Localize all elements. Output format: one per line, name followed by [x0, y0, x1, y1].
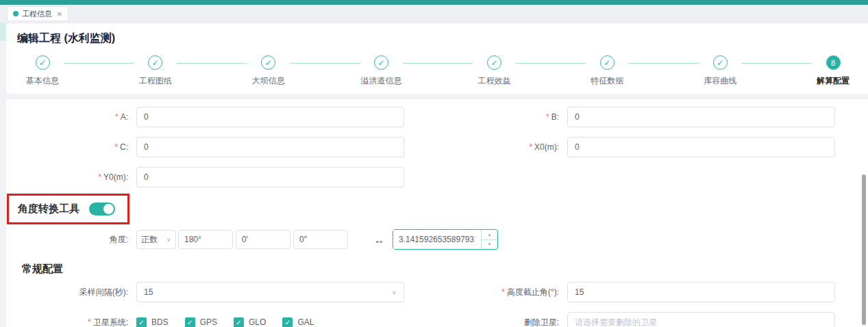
page-header: 编辑工程 (水利监测) ✓ 基本信息 ✓ 工程图纸 ✓ 大坝信息 ✓ 溢洪道信息… [6, 23, 868, 94]
field-label-x0: *X0(m): [437, 142, 567, 152]
angle-degrees-input[interactable] [178, 230, 233, 249]
step-spillway-info[interactable]: ✓ 溢洪道信息 [360, 55, 403, 87]
spinner-down-icon[interactable]: ▼ [482, 240, 497, 250]
step-number-badge: 8 [826, 55, 841, 70]
annotation-highlight-box: 角度转换工具 [7, 194, 129, 224]
page-title: 编辑工程 (水利监测) [17, 31, 858, 46]
step-label: 工程图纸 [139, 75, 172, 87]
angle-radians-field: ▲ ▼ [393, 229, 498, 250]
solution-config-form: *A: *B: *C: *X0(m): *Y0(m): 角度转换工具 角度: 正… [6, 99, 868, 327]
step-connector [64, 63, 134, 64]
sidebar-sliver [0, 23, 6, 41]
tab-close-icon[interactable]: × [57, 10, 62, 18]
tab-bar: 工程信息 × [0, 5, 868, 23]
sampling-interval-label: 采样间隔(秒): [6, 287, 136, 298]
field-row-x0: *X0(m): [437, 132, 868, 162]
y0-input[interactable] [136, 167, 404, 187]
general-config-section-title: 常规配置 [22, 263, 868, 276]
angle-tool-section-title: 角度转换工具 [18, 202, 79, 215]
step-check-icon: ✓ [713, 55, 728, 70]
number-spinner: ▲ ▼ [481, 230, 497, 249]
delete-satellite-row: 删除卫星: [437, 307, 868, 327]
spinner-up-icon[interactable]: ▲ [482, 230, 497, 240]
satellite-systems-label: *卫星系统: [6, 317, 136, 327]
field-label-y0: *Y0(m): [6, 172, 136, 182]
top-accent-bar [0, 0, 868, 5]
a-input[interactable] [136, 107, 404, 127]
step-label: 特征数据 [591, 75, 623, 87]
step-label: 库容曲线 [704, 75, 736, 87]
step-connector [403, 63, 473, 64]
step-solution-config[interactable]: 8 解算配置 [812, 55, 854, 87]
field-label-b: *B: [437, 112, 567, 122]
step-check-icon: ✓ [374, 55, 388, 70]
step-label: 溢洪道信息 [361, 75, 402, 87]
checkbox-gal[interactable]: ✓ GAL [282, 317, 314, 327]
sampling-interval-select[interactable]: 15 ∨ [136, 282, 404, 302]
step-project-drawings[interactable]: ✓ 工程图纸 [134, 55, 177, 87]
angle-sign-value: 正数 [141, 234, 158, 246]
x0-input[interactable] [567, 137, 835, 157]
checkbox-check-icon: ✓ [234, 317, 244, 327]
chevron-down-icon: ∨ [392, 289, 397, 296]
elevation-cutoff-input[interactable] [567, 282, 835, 302]
checkbox-check-icon: ✓ [185, 317, 195, 327]
step-check-icon: ✓ [261, 55, 275, 70]
elevation-cutoff-row: *高度截止角(°): [437, 277, 868, 307]
chevron-down-icon: ∨ [166, 237, 171, 243]
step-check-icon: ✓ [148, 55, 162, 70]
step-feature-data[interactable]: ✓ 特征数据 [586, 55, 628, 87]
step-check-icon: ✓ [36, 55, 50, 70]
angle-seconds-input[interactable] [293, 230, 348, 249]
step-connector [290, 63, 360, 64]
field-label-a: *A: [6, 112, 136, 122]
angle-tool-toggle[interactable] [89, 202, 115, 215]
vertical-scrollbar[interactable] [862, 174, 866, 325]
field-row-b: *B: [437, 102, 868, 132]
tab-project-info[interactable]: 工程信息 × [7, 6, 69, 21]
step-connector [515, 63, 586, 64]
satellite-systems-row: *卫星系统: ✓ BDS ✓ GPS ✓ GLO ✓ GAL [6, 307, 437, 327]
tab-label: 工程信息 [22, 9, 52, 19]
checkbox-check-icon: ✓ [136, 317, 147, 327]
angle-sign-select[interactable]: 正数 ∨ [136, 230, 176, 249]
tab-active-dot-icon [13, 11, 18, 16]
step-connector [741, 63, 812, 64]
angle-radians-input[interactable] [393, 230, 481, 249]
step-check-icon: ✓ [487, 55, 501, 70]
elevation-cutoff-label: *高度截止角(°): [437, 287, 567, 298]
step-label: 基本信息 [26, 75, 59, 87]
b-input[interactable] [567, 107, 835, 127]
step-connector [628, 63, 699, 64]
c-input[interactable] [136, 137, 404, 157]
toggle-knob [103, 204, 114, 214]
checkbox-glo[interactable]: ✓ GLO [234, 317, 266, 327]
step-connector [177, 63, 247, 64]
swap-arrow-icon: ↔ [374, 234, 384, 246]
field-row-c: *C: [6, 132, 437, 162]
step-basic-info[interactable]: ✓ 基本信息 [21, 55, 64, 87]
sampling-interval-row: 采样间隔(秒): 15 ∨ [6, 277, 437, 307]
field-row-a: *A: [6, 102, 437, 132]
angle-row: 角度: 正数 ∨ ↔ ▲ ▼ [6, 224, 868, 254]
delete-satellite-input[interactable] [567, 312, 835, 327]
checkbox-bds[interactable]: ✓ BDS [136, 317, 169, 327]
checkbox-check-icon: ✓ [282, 317, 293, 327]
delete-satellite-label: 删除卫星: [437, 317, 567, 327]
checkbox-gps[interactable]: ✓ GPS [185, 317, 217, 327]
step-label: 大坝信息 [252, 75, 285, 87]
field-row-y0: *Y0(m): [6, 162, 437, 192]
sampling-interval-value: 15 [144, 287, 153, 297]
step-capacity-curve[interactable]: ✓ 库容曲线 [699, 55, 741, 87]
step-wizard: ✓ 基本信息 ✓ 工程图纸 ✓ 大坝信息 ✓ 溢洪道信息 ✓ 工程效益 ✓ 特征… [17, 55, 858, 87]
step-label: 解算配置 [817, 75, 850, 87]
step-dam-info[interactable]: ✓ 大坝信息 [247, 55, 290, 87]
field-label-c: *C: [6, 142, 136, 152]
angle-label: 角度: [6, 234, 136, 246]
step-label: 工程效益 [478, 75, 510, 87]
step-project-benefit[interactable]: ✓ 工程效益 [473, 55, 515, 87]
angle-minutes-input[interactable] [236, 230, 290, 249]
step-check-icon: ✓ [600, 55, 615, 70]
